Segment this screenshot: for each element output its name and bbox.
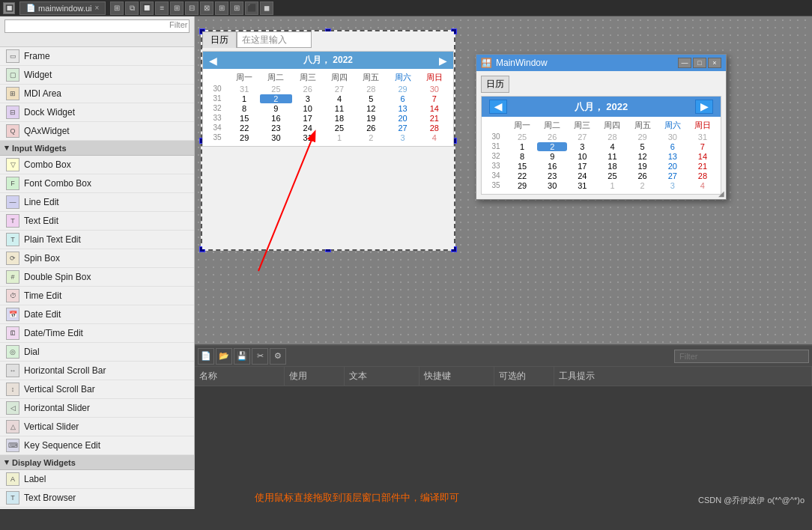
toolbar-icon-3[interactable]: 🔲 bbox=[140, 1, 154, 15]
toolbar-icon-8[interactable]: ⊞ bbox=[215, 1, 228, 15]
sidebar-item-timeedit[interactable]: ⏱ Time Edit bbox=[0, 287, 194, 305]
d5-1[interactable]: 30 bbox=[260, 133, 291, 142]
d3-2[interactable]: 17 bbox=[292, 114, 324, 123]
d2-4[interactable]: 12 bbox=[355, 104, 387, 113]
toolbar-icon-7[interactable]: ⊠ bbox=[200, 1, 213, 15]
d3-1[interactable]: 16 bbox=[260, 114, 291, 123]
sidebar-item-datetimeedit[interactable]: 🗓 Date/Time Edit bbox=[0, 324, 194, 343]
bottom-btn-1[interactable]: 📄 bbox=[198, 348, 214, 365]
sidebar-item-label[interactable]: A Label bbox=[0, 470, 194, 489]
d4-0[interactable]: 22 bbox=[228, 124, 260, 132]
popup-maximize-button[interactable]: □ bbox=[693, 58, 706, 68]
category-input-widgets[interactable]: ▾ Input Widgets bbox=[0, 141, 194, 156]
sidebar-item-dateedit[interactable]: 📅 Date Edit bbox=[0, 305, 194, 324]
toolbar-icon-10[interactable]: ⬛ bbox=[245, 1, 258, 15]
sidebar-item-textedit[interactable]: T Text Edit bbox=[0, 212, 194, 231]
toolbar-icon-2[interactable]: ⧉ bbox=[125, 1, 139, 15]
d5-2[interactable]: 31 bbox=[292, 133, 324, 142]
form-widget[interactable]: 日历 ◀ 八月， 2022 ▶ bbox=[201, 30, 455, 251]
sidebar-item-hslider[interactable]: ◁ Horizontal Slider bbox=[0, 399, 194, 418]
small-cal-next[interactable]: ▶ bbox=[439, 55, 447, 67]
d4-4[interactable]: 26 bbox=[355, 124, 387, 132]
d0-4[interactable]: 28 bbox=[355, 85, 387, 94]
d5-4[interactable]: 2 bbox=[355, 133, 387, 142]
d5-5[interactable]: 3 bbox=[387, 133, 418, 142]
d3-6[interactable]: 21 bbox=[419, 114, 450, 123]
toolbar-icon-6[interactable]: ⊟ bbox=[185, 1, 199, 15]
d5-0[interactable]: 29 bbox=[228, 133, 260, 142]
large-cal-prev[interactable]: ◀ bbox=[489, 100, 507, 114]
d5-6[interactable]: 4 bbox=[419, 133, 450, 142]
bottom-btn-3[interactable]: 💾 bbox=[234, 348, 250, 365]
d1-3[interactable]: 4 bbox=[324, 94, 355, 103]
d1-1[interactable]: 2 bbox=[260, 94, 291, 103]
file-tab[interactable]: 📄 mainwindow.ui × bbox=[19, 1, 106, 15]
d0-6[interactable]: 30 bbox=[419, 85, 450, 94]
d0-5[interactable]: 29 bbox=[387, 85, 418, 94]
design-canvas[interactable]: 日历 ◀ 八月， 2022 ▶ bbox=[195, 16, 812, 344]
sidebar-item-frame[interactable]: ▭ Frame bbox=[0, 47, 194, 66]
bottom-btn-2[interactable]: 📂 bbox=[216, 348, 232, 365]
d2-0[interactable]: 8 bbox=[228, 104, 260, 113]
d2-5[interactable]: 13 bbox=[387, 104, 418, 113]
sidebar-item-plaintextedit[interactable]: T Plain Text Edit bbox=[0, 231, 194, 249]
d1-2[interactable]: 3 bbox=[292, 94, 324, 103]
popup-close-button[interactable]: × bbox=[708, 58, 721, 68]
tab-close-button[interactable]: × bbox=[95, 4, 100, 12]
sidebar-item-lineedit[interactable]: — Line Edit bbox=[0, 193, 194, 212]
bottom-filter-input[interactable] bbox=[674, 350, 809, 363]
sidebar-item-keyseq[interactable]: ⌨ Key Sequence Edit bbox=[0, 436, 194, 455]
d2-6[interactable]: 14 bbox=[419, 104, 450, 113]
sidebar-item-vslider[interactable]: △ Vertical Slider bbox=[0, 418, 194, 436]
d4-2[interactable]: 24 bbox=[292, 124, 324, 132]
sidebar-item-dock[interactable]: ⊟ Dock Widget bbox=[0, 103, 194, 122]
d1-0[interactable]: 1 bbox=[228, 94, 260, 103]
d3-3[interactable]: 18 bbox=[324, 114, 355, 123]
sidebar-item-spinbox[interactable]: ⟳ Spin Box bbox=[0, 249, 194, 268]
sidebar-item-graphicsview[interactable]: ◻ Graphics View bbox=[0, 508, 194, 509]
d1-6[interactable]: 7 bbox=[419, 94, 450, 103]
bottom-btn-4[interactable]: ✂ bbox=[252, 348, 268, 365]
d1-5[interactable]: 6 bbox=[387, 94, 418, 103]
form-tab-input[interactable] bbox=[237, 31, 312, 48]
toolbar-icon-4[interactable]: ≡ bbox=[155, 1, 169, 15]
d0-3[interactable]: 27 bbox=[324, 85, 355, 94]
sidebar-item-mdi[interactable]: ⊞ MDI Area bbox=[0, 85, 194, 103]
toolbar-icon-11[interactable]: ◼ bbox=[260, 1, 273, 15]
sidebar-item-qax[interactable]: Q QAxWidget bbox=[0, 122, 194, 141]
main-window-popup[interactable]: 🪟 MainWindow — □ × 日历 ◀ 八月， 2022 bbox=[476, 54, 727, 200]
d4-1[interactable]: 23 bbox=[260, 124, 291, 132]
d1-4[interactable]: 5 bbox=[355, 94, 387, 103]
sidebar-item-widget[interactable]: ▢ Widget bbox=[0, 66, 194, 85]
toolbar-icon-9[interactable]: ⊞ bbox=[230, 1, 243, 15]
resize-grip[interactable]: ◢ bbox=[718, 189, 724, 198]
d5-3[interactable]: 1 bbox=[324, 133, 355, 142]
filter-input[interactable] bbox=[4, 19, 190, 33]
d2-1[interactable]: 9 bbox=[260, 104, 291, 113]
d0-2[interactable]: 26 bbox=[292, 85, 324, 94]
d3-0[interactable]: 15 bbox=[228, 114, 260, 123]
d3-4[interactable]: 19 bbox=[355, 114, 387, 123]
d4-6[interactable]: 28 bbox=[419, 124, 450, 132]
d4-3[interactable]: 25 bbox=[324, 124, 355, 132]
toolbar-icon-5[interactable]: ⊞ bbox=[170, 1, 184, 15]
toolbar-icon-1[interactable]: ⊞ bbox=[110, 1, 124, 15]
d0-1[interactable]: 25 bbox=[260, 85, 291, 94]
sidebar-item-doublespinbox[interactable]: # Double Spin Box bbox=[0, 268, 194, 287]
popup-tab-label[interactable]: 日历 bbox=[481, 76, 509, 93]
bottom-btn-5[interactable]: ⚙ bbox=[270, 348, 286, 365]
d2-3[interactable]: 11 bbox=[324, 104, 355, 113]
small-cal-prev[interactable]: ◀ bbox=[209, 55, 217, 67]
d0-0[interactable]: 31 bbox=[228, 85, 260, 94]
sidebar-item-combobox[interactable]: ▽ Combo Box bbox=[0, 156, 194, 174]
form-tab-calendar[interactable]: 日历 bbox=[202, 31, 237, 48]
sidebar-item-dial[interactable]: ◎ Dial bbox=[0, 343, 194, 362]
d3-5[interactable]: 20 bbox=[387, 114, 418, 123]
sidebar-item-hscrollbar[interactable]: ↔ Horizontal Scroll Bar bbox=[0, 362, 194, 380]
popup-minimize-button[interactable]: — bbox=[678, 58, 691, 68]
sidebar-item-textbrowser[interactable]: T Text Browser bbox=[0, 489, 194, 508]
d4-5[interactable]: 27 bbox=[387, 124, 418, 132]
category-display-widgets[interactable]: ▾ Display Widgets bbox=[0, 455, 194, 470]
sidebar-item-vscrollbar[interactable]: ↕ Vertical Scroll Bar bbox=[0, 380, 194, 399]
selected-date[interactable]: 2 bbox=[537, 142, 567, 151]
